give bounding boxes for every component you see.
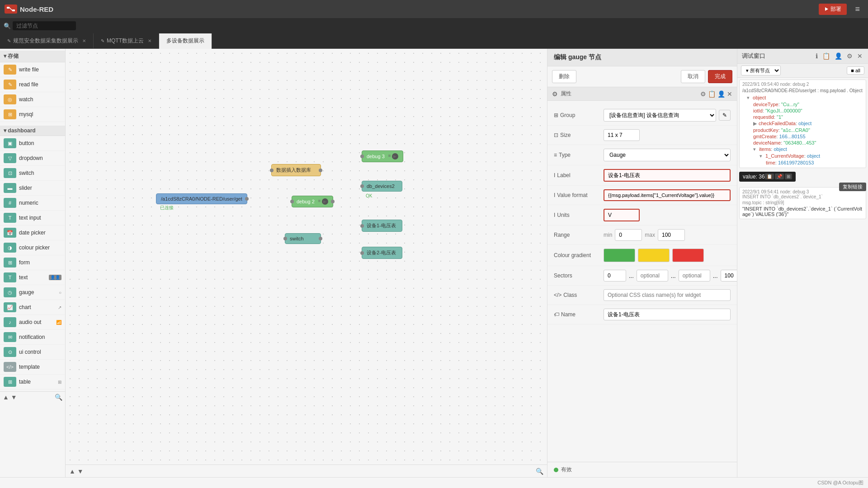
units-input[interactable] — [604, 209, 640, 221]
canvas-up-btn[interactable]: ▲ — [69, 468, 75, 475]
sidebar-item-button[interactable]: ▣ button — [0, 136, 65, 151]
canvas-search-btn[interactable]: 🔍 — [536, 468, 543, 475]
delete-button[interactable]: 删除 — [552, 70, 576, 83]
sidebar-item-ui-control[interactable]: ⊙ ui control — [0, 345, 65, 360]
debug-copy-btn[interactable]: 📋 — [821, 52, 831, 61]
sidebar-item-date-picker[interactable]: 📅 date picker — [0, 225, 65, 240]
debug-close-btn[interactable]: ✕ — [856, 52, 863, 61]
debug-tree-1: ▾ object deviceType: "Cu...ry" iotId: "K… — [742, 94, 863, 166]
write-file-icon: ✎ — [4, 65, 16, 75]
port-left-7 — [360, 224, 364, 228]
sectors-start-input[interactable] — [604, 270, 626, 282]
sidebar-search-btn[interactable]: 🔍 — [55, 394, 62, 401]
node-device2-voltage[interactable]: 设备2-电压表 — [362, 247, 402, 259]
sidebar-item-chart[interactable]: 📈 chart ↗ — [0, 300, 65, 315]
sidebar-item-table[interactable]: ⊞ table ⊞ — [0, 375, 65, 389]
sidebar-item-template[interactable]: </> template — [0, 360, 65, 375]
expand-arrow[interactable]: ▾ — [747, 95, 750, 100]
done-button[interactable]: 完成 — [708, 70, 732, 83]
props-btn-2[interactable]: 📋 — [708, 90, 716, 98]
props-btn-4[interactable]: ✕ — [727, 90, 732, 98]
value-format-input[interactable] — [604, 189, 731, 201]
popup-pin-btn[interactable]: 📌 — [775, 174, 784, 179]
canvas-bottom-bar: ▲ ▼ 🔍 — [66, 465, 547, 477]
node-debug2[interactable]: debug 2 ≡ ▶ — [292, 196, 333, 207]
debug-settings-btn[interactable]: ⚙ — [846, 52, 854, 61]
colour-swatch-red[interactable] — [672, 249, 704, 262]
type-select[interactable]: Gauge — [604, 149, 731, 161]
sidebar-item-text[interactable]: T text 👤👤 — [0, 270, 65, 285]
chart-extra-icon: ↗ — [58, 305, 61, 310]
props-btn-1[interactable]: ⚙ — [700, 90, 706, 98]
node-get[interactable]: /a1cdS8zCRA0/NODE-RED/user/get 已连接 — [156, 193, 247, 204]
editor-props-actions: ⚙ 📋 👤 ✕ — [700, 90, 732, 98]
props-btn-3[interactable]: 👤 — [717, 90, 725, 98]
app-logo: Node-RED — [5, 5, 53, 14]
sidebar-item-colour-picker[interactable]: ◑ colour picker — [0, 240, 65, 255]
group-edit-btn[interactable]: ✎ — [719, 110, 731, 121]
deploy-button[interactable]: 部署 — [819, 4, 847, 15]
colour-swatch-yellow[interactable] — [638, 249, 670, 262]
port-right-1 — [319, 169, 322, 172]
node-db-devices2[interactable]: db_devices2 OK — [362, 181, 402, 192]
label-input[interactable] — [604, 169, 731, 182]
filter-input[interactable] — [13, 21, 76, 30]
menu-button[interactable]: ≡ — [851, 3, 863, 16]
node-db-insert[interactable]: 数据插入数据库 — [271, 164, 321, 176]
node-switch[interactable]: switch — [285, 233, 321, 244]
units-icon: I — [554, 212, 555, 218]
template-icon: </> — [4, 362, 16, 372]
size-input[interactable] — [604, 129, 640, 141]
group-select[interactable]: [设备信息查询] 设备信息查询 — [604, 109, 716, 122]
class-input[interactable] — [604, 289, 731, 301]
items-arrow[interactable]: ▾ — [753, 146, 756, 152]
node-device1-voltage[interactable]: 设备1-电压表 — [362, 220, 402, 232]
sidebar-up-btn[interactable]: ▲ — [3, 394, 9, 401]
sidebar-item-form[interactable]: ⊞ form — [0, 255, 65, 270]
voltage-arrow[interactable]: ▾ — [760, 153, 762, 159]
sidebar-item-slider[interactable]: ▬ slider — [0, 181, 65, 196]
section-dashboard: ▾ dashboard ▣ button ▽ dropdown ⊡ switch… — [0, 124, 65, 391]
sectors-end-input[interactable] — [721, 270, 737, 282]
tab-close-0[interactable]: ✕ — [82, 38, 86, 43]
popup-copy-btn[interactable]: 📋 — [765, 174, 774, 179]
sidebar-item-mysql[interactable]: ⊞ mysql — [0, 107, 65, 122]
valid-dot — [554, 468, 558, 472]
button-icon: ▣ — [4, 138, 16, 148]
tab-2[interactable]: 多设备数据展示 — [159, 33, 212, 49]
sidebar-item-switch[interactable]: ⊡ switch — [0, 166, 65, 181]
check-failed-arrow[interactable]: ▶ — [753, 121, 757, 126]
debug-clear-btn[interactable]: ■ all — [847, 66, 864, 75]
debug-filter-select[interactable]: ▾ 所有节点 — [741, 66, 781, 75]
tab-close-1[interactable]: ✕ — [148, 38, 151, 43]
popup-expand-btn[interactable]: ⊞ — [785, 174, 792, 179]
sidebar-item-dropdown[interactable]: ▽ dropdown — [0, 151, 65, 166]
sidebar-item-watch[interactable]: ◎ watch — [0, 92, 65, 107]
section-dashboard-title[interactable]: ▾ dashboard — [0, 126, 65, 136]
sectors-optional1-input[interactable] — [637, 270, 668, 282]
sidebar-item-audio-out[interactable]: ♪ audio out 📶 — [0, 315, 65, 330]
tab-1[interactable]: ✎ MQTT数据上云 ✕ — [94, 33, 159, 49]
sidebar-down-btn[interactable]: ▼ — [11, 394, 17, 401]
sidebar-item-notification[interactable]: ✉ notification — [0, 330, 65, 345]
node-debug3[interactable]: debug 3 ≡ ▶ — [362, 150, 403, 162]
colour-swatch-green[interactable] — [604, 249, 635, 262]
debug-info-btn[interactable]: ℹ — [815, 52, 819, 61]
sidebar-item-gauge[interactable]: ◷ gauge ○ — [0, 285, 65, 300]
sidebar-item-text-input[interactable]: T text input — [0, 211, 65, 225]
range-max-input[interactable] — [658, 229, 685, 241]
sectors-optional2-input[interactable] — [679, 270, 710, 282]
name-input[interactable] — [604, 309, 731, 320]
editor-panel: 编辑 gauge 节点 删除 取消 完成 ⚙ 属性 ⚙ 📋 👤 ✕ ⊞ Grou… — [547, 49, 737, 477]
debug-person-btn[interactable]: 👤 — [834, 52, 843, 61]
canvas-area[interactable]: /a1cdS8zCRA0/NODE-RED/user/get 已连接 数据插入数… — [66, 49, 547, 477]
sidebar-item-write-file[interactable]: ✎ write file — [0, 62, 65, 77]
tab-0[interactable]: ✎ 规范安全数据采集数据展示 ✕ — [0, 33, 94, 49]
sidebar-item-read-file[interactable]: ✎ read file — [0, 77, 65, 92]
section-storage-title[interactable]: ▾ 存储 — [0, 51, 65, 62]
cancel-button[interactable]: 取消 — [681, 70, 705, 83]
port-left-1 — [270, 169, 274, 172]
sidebar-item-numeric[interactable]: # numeric — [0, 196, 65, 211]
canvas-down-btn[interactable]: ▼ — [77, 468, 84, 475]
range-min-input[interactable] — [615, 229, 642, 241]
